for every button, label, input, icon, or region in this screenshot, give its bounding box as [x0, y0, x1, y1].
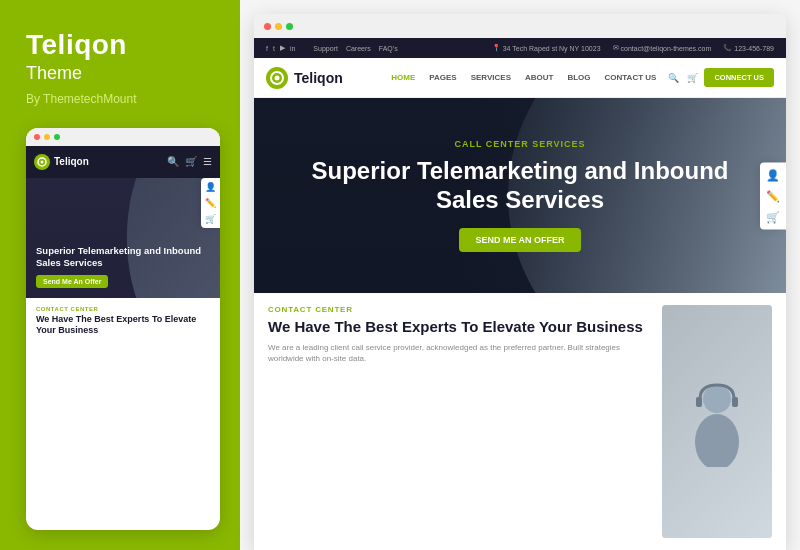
- svg-point-3: [275, 75, 280, 80]
- browser-dot-yellow: [275, 23, 282, 30]
- bottom-section-title: We Have The Best Experts To Elevate Your…: [268, 318, 648, 337]
- mobile-content-section: CONTACT CENTER We Have The Best Experts …: [26, 298, 220, 345]
- support-link[interactable]: Support: [313, 45, 338, 52]
- right-bar-edit-icon[interactable]: ✏️: [766, 189, 780, 202]
- headset-icon: [37, 157, 47, 167]
- nav-about[interactable]: ABOUT: [519, 70, 559, 85]
- bottom-right-image: [662, 305, 772, 538]
- nav-right-icons: 🔍 🛒: [668, 73, 698, 83]
- linkedin-icon[interactable]: in: [290, 45, 295, 52]
- mobile-logo-text: Teliqon: [54, 156, 89, 167]
- mobile-right-sidebar: 👤 ✏️ 🛒: [201, 178, 220, 228]
- headset-logo-icon: [270, 71, 284, 85]
- nav-search-icon[interactable]: 🔍: [668, 73, 679, 83]
- svg-rect-7: [732, 397, 738, 407]
- svg-point-1: [41, 160, 44, 163]
- desktop-right-bar: 👤 ✏️ 🛒: [760, 162, 786, 229]
- mobile-section-title: We Have The Best Experts To Elevate Your…: [36, 314, 210, 337]
- cart-icon-side[interactable]: 🛒: [205, 214, 216, 224]
- nav-pages[interactable]: PAGES: [423, 70, 462, 85]
- mobile-logo-icon: [34, 154, 50, 170]
- person-silhouette-svg: [682, 377, 752, 467]
- nav-home[interactable]: HOME: [385, 70, 421, 85]
- mobile-hero-title: Superior Telemarketing and Inbound Sales…: [36, 245, 210, 269]
- search-icon[interactable]: 🔍: [167, 156, 179, 167]
- mobile-nav-icons: 🔍 🛒 ☰: [167, 156, 212, 167]
- hero-content: CALL CENTER SERVICES Superior Telemarket…: [290, 139, 750, 253]
- bottom-description: We are a leading client call service pro…: [268, 342, 648, 364]
- header-contact: 📍 34 Tech Raped st Ny NY 10023 ✉ contact…: [492, 44, 774, 52]
- bottom-left-content: CONTACT CENTER We Have The Best Experts …: [268, 305, 648, 538]
- email-icon: ✉: [613, 44, 619, 52]
- header-top-strip: f t ▶ in Support Careers FAQ's 📍 34 Tech…: [254, 38, 786, 58]
- connect-button[interactable]: CONNECT US: [704, 68, 774, 87]
- nav-contact[interactable]: CONTACT US: [599, 70, 663, 85]
- mobile-cta-button[interactable]: Send Me An Offer: [36, 275, 108, 288]
- left-panel: Teliqon Theme By ThemetechMount Teliqon …: [0, 0, 240, 550]
- twitter-icon[interactable]: t: [273, 45, 275, 52]
- right-bar-cart-icon[interactable]: 🛒: [766, 210, 780, 223]
- phone-item: 📞 123-456-789: [723, 44, 774, 52]
- header-top-links: Support Careers FAQ's: [313, 45, 397, 52]
- desktop-bottom-section: CONTACT CENTER We Have The Best Experts …: [254, 293, 786, 550]
- nav-services[interactable]: SERVICES: [465, 70, 517, 85]
- desktop-logo: Teliqon: [266, 67, 343, 89]
- desktop-top-bar: [254, 14, 786, 38]
- facebook-icon[interactable]: f: [266, 45, 268, 52]
- mobile-logo: Teliqon: [34, 154, 89, 170]
- email-item: ✉ contact@teliqon-themes.com: [613, 44, 712, 52]
- desktop-browser: f t ▶ in Support Careers FAQ's 📍 34 Tech…: [254, 14, 786, 550]
- svg-point-5: [695, 414, 739, 467]
- brand-title: Teliqon: [26, 30, 220, 61]
- right-bar-person-icon[interactable]: 👤: [766, 168, 780, 181]
- cart-icon[interactable]: 🛒: [185, 156, 197, 167]
- dot-red: [34, 134, 40, 140]
- mobile-hero: Superior Telemarketing and Inbound Sales…: [26, 178, 220, 298]
- svg-point-4: [703, 385, 731, 413]
- careers-link[interactable]: Careers: [346, 45, 371, 52]
- brand-by: By ThemetechMount: [26, 92, 220, 106]
- desktop-logo-icon: [266, 67, 288, 89]
- mobile-top-bar: [26, 128, 220, 146]
- desktop-nav-links: HOME PAGES SERVICES ABOUT BLOG CONTACT U…: [385, 70, 662, 85]
- location-icon: 📍: [492, 44, 501, 52]
- edit-icon[interactable]: ✏️: [205, 198, 216, 208]
- mobile-mockup: Teliqon 🔍 🛒 ☰ Superior Telemarketing and…: [26, 128, 220, 530]
- bottom-contact-tag: CONTACT CENTER: [268, 305, 648, 314]
- hero-title: Superior Telemarketing and Inbound Sales…: [310, 157, 730, 215]
- desktop-logo-text: Teliqon: [294, 70, 343, 86]
- hero-cta-button[interactable]: Send Me An Offer: [459, 228, 580, 252]
- phone-icon: 📞: [723, 44, 732, 52]
- person-image: [662, 305, 772, 538]
- dot-green: [54, 134, 60, 140]
- svg-rect-6: [696, 397, 702, 407]
- brand-subtitle: Theme: [26, 63, 220, 84]
- desktop-main-nav: Teliqon HOME PAGES SERVICES ABOUT BLOG C…: [254, 58, 786, 98]
- desktop-hero: CALL CENTER SERVICES Superior Telemarket…: [254, 98, 786, 293]
- right-panel: f t ▶ in Support Careers FAQ's 📍 34 Tech…: [240, 0, 800, 550]
- dot-yellow: [44, 134, 50, 140]
- hero-tag: CALL CENTER SERVICES: [310, 139, 730, 149]
- browser-dot-green: [286, 23, 293, 30]
- menu-icon[interactable]: ☰: [203, 156, 212, 167]
- mobile-hero-text: Superior Telemarketing and Inbound Sales…: [36, 245, 210, 288]
- person-icon[interactable]: 👤: [205, 182, 216, 192]
- faq-link[interactable]: FAQ's: [379, 45, 398, 52]
- browser-dot-red: [264, 23, 271, 30]
- mobile-contact-tag: CONTACT CENTER: [36, 306, 210, 312]
- address-item: 📍 34 Tech Raped st Ny NY 10023: [492, 44, 601, 52]
- youtube-icon[interactable]: ▶: [280, 44, 285, 52]
- mobile-nav: Teliqon 🔍 🛒 ☰: [26, 146, 220, 178]
- nav-blog[interactable]: BLOG: [561, 70, 596, 85]
- social-icons: f t ▶ in: [266, 44, 295, 52]
- nav-cart-icon[interactable]: 🛒: [687, 73, 698, 83]
